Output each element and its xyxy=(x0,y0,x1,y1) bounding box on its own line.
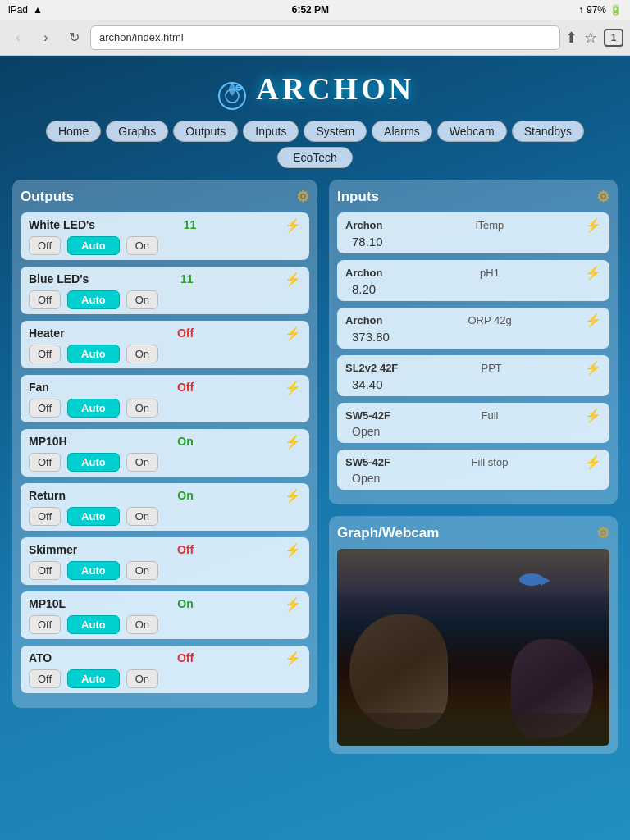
auto-btn-ato[interactable]: Auto xyxy=(67,669,120,688)
tab-count[interactable]: 1 xyxy=(604,29,623,47)
tune-icon-ppt[interactable]: ⚡ xyxy=(585,360,601,376)
input-ppt: SL2v2 42F PPT ⚡ 34.40 xyxy=(337,355,609,396)
right-column: Inputs ⚙ Archon iTemp ⚡ 78.10 Archon xyxy=(329,180,618,754)
auto-btn-fan[interactable]: Auto xyxy=(67,399,120,418)
logo-area: ARCHON xyxy=(12,64,618,112)
on-btn-blue-leds[interactable]: On xyxy=(126,290,158,309)
nav-home[interactable]: Home xyxy=(46,121,101,142)
tune-icon-fillstop[interactable]: ⚡ xyxy=(585,454,601,470)
off-btn-skimmer[interactable]: Off xyxy=(29,561,61,580)
url-bar[interactable]: archon/index.html xyxy=(90,25,560,50)
nav-webcam[interactable]: Webcam xyxy=(437,121,507,142)
input-ph1: Archon pH1 ⚡ 8.20 xyxy=(337,260,609,301)
auto-btn-heater[interactable]: Auto xyxy=(67,345,120,363)
tune-icon-heater[interactable]: ⚡ xyxy=(285,326,301,341)
tune-icon-full[interactable]: ⚡ xyxy=(585,408,601,423)
nav-inputs[interactable]: Inputs xyxy=(243,121,299,142)
input-orp: Archon ORP 42g ⚡ 373.80 xyxy=(337,308,609,349)
bookmark-icon[interactable]: ☆ xyxy=(584,29,597,47)
tune-icon-white-leds[interactable]: ⚡ xyxy=(285,217,301,233)
auto-btn-skimmer[interactable]: Auto xyxy=(67,561,120,580)
input-value-ph1: 8.20 xyxy=(345,282,601,296)
tune-icon-skimmer[interactable]: ⚡ xyxy=(285,542,301,558)
nav-graphs[interactable]: Graphs xyxy=(106,121,168,142)
off-btn-ato[interactable]: Off xyxy=(29,669,61,688)
nav-ecotech[interactable]: EcoTech xyxy=(277,147,353,168)
on-btn-fan[interactable]: On xyxy=(126,399,158,418)
input-value-full: Open xyxy=(345,425,601,438)
input-name-ph1: pH1 xyxy=(395,267,585,279)
input-source-ph1: Archon xyxy=(345,267,395,279)
device-name-mp10l: MP10L xyxy=(29,597,86,610)
forward-button[interactable]: › xyxy=(34,26,57,49)
inputs-panel: Inputs ⚙ Archon iTemp ⚡ 78.10 Archon xyxy=(329,180,618,504)
browser-bar: ‹ › ↻ archon/index.html ⬆ ☆ 1 xyxy=(0,20,630,56)
inputs-gear-icon[interactable]: ⚙ xyxy=(596,188,609,206)
webcam-panel: Graph/Webcam ⚙ xyxy=(329,516,618,754)
webcam-rock1 xyxy=(349,614,448,729)
input-source-fillstop: SW5-42F xyxy=(345,456,395,468)
auto-btn-blue-leds[interactable]: Auto xyxy=(67,290,120,309)
device-name-fan: Fan xyxy=(29,381,86,394)
device-status-fan: Off xyxy=(177,381,194,394)
off-btn-mp10h[interactable]: Off xyxy=(29,453,61,472)
webcam-title: Graph/Webcam xyxy=(337,525,439,541)
off-btn-mp10l[interactable]: Off xyxy=(29,615,61,634)
on-btn-mp10h[interactable]: On xyxy=(126,453,158,472)
tune-icon-ato[interactable]: ⚡ xyxy=(285,651,301,666)
device-mp10l: MP10L On ⚡ Off Auto On xyxy=(21,591,309,639)
webcam-fish xyxy=(519,573,544,586)
device-skimmer: Skimmer Off ⚡ Off Auto On xyxy=(21,537,309,585)
device-name-blue-leds: Blue LED's xyxy=(29,272,89,285)
input-name-full: Full xyxy=(395,409,585,422)
tune-icon-mp10h[interactable]: ⚡ xyxy=(285,434,301,450)
webcam-gear-icon[interactable]: ⚙ xyxy=(596,524,609,542)
carrier-label: iPad xyxy=(8,4,28,16)
on-btn-ato[interactable]: On xyxy=(126,669,158,688)
tune-icon-mp10l[interactable]: ⚡ xyxy=(285,596,301,612)
input-full: SW5-42F Full ⚡ Open xyxy=(337,403,609,443)
tune-icon-fan[interactable]: ⚡ xyxy=(285,380,301,395)
on-btn-skimmer[interactable]: On xyxy=(126,561,158,580)
time-label: 6:52 PM xyxy=(292,4,329,16)
browser-actions: ⬆ ☆ 1 xyxy=(565,29,623,47)
tune-icon-ph1[interactable]: ⚡ xyxy=(585,265,601,281)
tune-icon-blue-leds[interactable]: ⚡ xyxy=(285,272,301,287)
outputs-gear-icon[interactable]: ⚙ xyxy=(296,188,309,206)
off-btn-fan[interactable]: Off xyxy=(29,399,61,418)
input-source-full: SW5-42F xyxy=(345,409,395,422)
outputs-title: Outputs xyxy=(21,189,74,205)
auto-btn-mp10h[interactable]: Auto xyxy=(67,453,120,472)
share-icon[interactable]: ⬆ xyxy=(565,29,578,47)
input-value-ppt: 34.40 xyxy=(345,377,601,391)
nav-system[interactable]: System xyxy=(304,121,367,142)
on-btn-heater[interactable]: On xyxy=(126,345,158,363)
on-btn-mp10l[interactable]: On xyxy=(126,615,158,634)
wifi-icon: ▲ xyxy=(33,4,43,16)
tune-icon-itemp[interactable]: ⚡ xyxy=(585,217,601,233)
back-button[interactable]: ‹ xyxy=(7,26,30,49)
tune-icon-orp[interactable]: ⚡ xyxy=(585,313,601,328)
nav-alarms[interactable]: Alarms xyxy=(372,121,432,142)
auto-btn-return[interactable]: Auto xyxy=(67,507,120,526)
nav-outputs[interactable]: Outputs xyxy=(173,121,238,142)
inputs-header: Inputs ⚙ xyxy=(337,188,609,206)
inputs-title: Inputs xyxy=(337,189,379,205)
on-btn-return[interactable]: On xyxy=(126,507,158,526)
device-heater: Heater Off ⚡ Off Auto On xyxy=(21,321,309,368)
device-white-leds: White LED's 11 ⚡ Off Auto On xyxy=(21,212,309,260)
nav-primary: Home Graphs Outputs Inputs System Alarms… xyxy=(12,121,618,142)
auto-btn-white-leds[interactable]: Auto xyxy=(67,236,120,255)
refresh-button[interactable]: ↻ xyxy=(62,26,85,49)
on-btn-white-leds[interactable]: On xyxy=(126,236,158,255)
auto-btn-mp10l[interactable]: Auto xyxy=(67,615,120,634)
off-btn-blue-leds[interactable]: Off xyxy=(29,290,61,309)
off-btn-white-leds[interactable]: Off xyxy=(29,236,61,255)
off-btn-heater[interactable]: Off xyxy=(29,345,61,363)
tune-icon-return[interactable]: ⚡ xyxy=(285,488,301,504)
input-itemp: Archon iTemp ⚡ 78.10 xyxy=(337,212,609,253)
input-fillstop: SW5-42F Fill stop ⚡ Open xyxy=(337,450,609,490)
nav-standbys[interactable]: Standbys xyxy=(512,121,584,142)
off-btn-return[interactable]: Off xyxy=(29,507,61,526)
device-status-white-leds: 11 xyxy=(184,218,197,231)
